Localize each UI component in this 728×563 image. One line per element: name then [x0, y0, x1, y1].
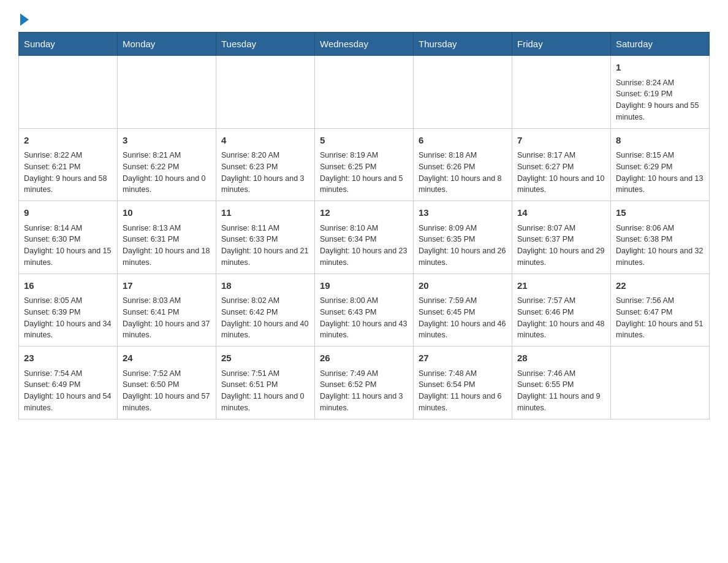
logo-general-text: [18, 12, 29, 26]
calendar-cell: 1Sunrise: 8:24 AMSunset: 6:19 PMDaylight…: [611, 56, 710, 129]
week-row-5: 23Sunrise: 7:54 AMSunset: 6:49 PMDayligh…: [19, 347, 710, 419]
calendar-cell: [315, 56, 414, 129]
weekday-header-friday: Friday: [512, 33, 611, 56]
calendar-cell: [216, 56, 315, 129]
calendar-cell: [512, 56, 611, 129]
calendar-cell: 26Sunrise: 7:49 AMSunset: 6:52 PMDayligh…: [315, 347, 414, 419]
calendar-cell: [19, 56, 118, 129]
day-number: 10: [123, 206, 211, 220]
calendar-cell: 23Sunrise: 7:54 AMSunset: 6:49 PMDayligh…: [19, 347, 118, 419]
calendar-cell: 20Sunrise: 7:59 AMSunset: 6:45 PMDayligh…: [414, 274, 512, 347]
day-number: 15: [616, 206, 704, 220]
day-number: 2: [24, 134, 112, 148]
week-row-3: 9Sunrise: 8:14 AMSunset: 6:30 PMDaylight…: [19, 201, 710, 274]
weekday-header-tuesday: Tuesday: [216, 33, 315, 56]
calendar-cell: 9Sunrise: 8:14 AMSunset: 6:30 PMDaylight…: [19, 201, 118, 274]
week-row-1: 1Sunrise: 8:24 AMSunset: 6:19 PMDaylight…: [19, 56, 710, 129]
day-number: 11: [221, 206, 309, 220]
calendar-cell: 4Sunrise: 8:20 AMSunset: 6:23 PMDaylight…: [216, 128, 315, 201]
calendar-cell: 14Sunrise: 8:07 AMSunset: 6:37 PMDayligh…: [512, 201, 611, 274]
day-number: 23: [24, 351, 112, 366]
logo-arrow-icon: [20, 13, 29, 26]
calendar-cell: 16Sunrise: 8:05 AMSunset: 6:39 PMDayligh…: [19, 274, 118, 347]
day-number: 20: [419, 279, 507, 293]
day-number: 8: [616, 134, 704, 148]
day-number: 28: [517, 351, 605, 366]
calendar-cell: 10Sunrise: 8:13 AMSunset: 6:31 PMDayligh…: [118, 201, 216, 274]
day-number: 4: [221, 134, 309, 148]
day-number: 5: [320, 134, 408, 148]
calendar-cell: 18Sunrise: 8:02 AMSunset: 6:42 PMDayligh…: [216, 274, 315, 347]
day-number: 27: [419, 351, 507, 366]
day-number: 25: [221, 351, 309, 366]
weekday-header-thursday: Thursday: [414, 33, 512, 56]
calendar-cell: 28Sunrise: 7:46 AMSunset: 6:55 PMDayligh…: [512, 347, 611, 419]
day-number: 19: [320, 279, 408, 293]
day-number: 3: [123, 134, 211, 148]
week-row-2: 2Sunrise: 8:22 AMSunset: 6:21 PMDaylight…: [19, 128, 710, 201]
calendar-cell: 22Sunrise: 7:56 AMSunset: 6:47 PMDayligh…: [611, 274, 710, 347]
calendar-cell: 19Sunrise: 8:00 AMSunset: 6:43 PMDayligh…: [315, 274, 414, 347]
day-number: 1: [616, 61, 704, 75]
calendar-cell: 2Sunrise: 8:22 AMSunset: 6:21 PMDaylight…: [19, 128, 118, 201]
logo: [18, 12, 29, 26]
calendar-cell: [611, 347, 710, 419]
calendar-cell: 6Sunrise: 8:18 AMSunset: 6:26 PMDaylight…: [414, 128, 512, 201]
calendar-cell: 12Sunrise: 8:10 AMSunset: 6:34 PMDayligh…: [315, 201, 414, 274]
day-number: 7: [517, 134, 605, 148]
calendar-cell: [414, 56, 512, 129]
day-number: 24: [123, 351, 211, 366]
day-number: 17: [123, 279, 211, 293]
weekday-header-saturday: Saturday: [611, 33, 710, 56]
calendar-cell: 24Sunrise: 7:52 AMSunset: 6:50 PMDayligh…: [118, 347, 216, 419]
calendar-cell: 7Sunrise: 8:17 AMSunset: 6:27 PMDaylight…: [512, 128, 611, 201]
calendar-table: SundayMondayTuesdayWednesdayThursdayFrid…: [18, 32, 710, 419]
weekday-header-sunday: Sunday: [19, 33, 118, 56]
day-number: 21: [517, 279, 605, 293]
weekday-header-row: SundayMondayTuesdayWednesdayThursdayFrid…: [19, 33, 710, 56]
page-header: [18, 12, 710, 26]
calendar-cell: 15Sunrise: 8:06 AMSunset: 6:38 PMDayligh…: [611, 201, 710, 274]
calendar-cell: 25Sunrise: 7:51 AMSunset: 6:51 PMDayligh…: [216, 347, 315, 419]
day-number: 6: [419, 134, 507, 148]
calendar-cell: 27Sunrise: 7:48 AMSunset: 6:54 PMDayligh…: [414, 347, 512, 419]
calendar-cell: 8Sunrise: 8:15 AMSunset: 6:29 PMDaylight…: [611, 128, 710, 201]
calendar-cell: 17Sunrise: 8:03 AMSunset: 6:41 PMDayligh…: [118, 274, 216, 347]
day-number: 12: [320, 206, 408, 220]
week-row-4: 16Sunrise: 8:05 AMSunset: 6:39 PMDayligh…: [19, 274, 710, 347]
calendar-cell: 5Sunrise: 8:19 AMSunset: 6:25 PMDaylight…: [315, 128, 414, 201]
calendar-cell: 11Sunrise: 8:11 AMSunset: 6:33 PMDayligh…: [216, 201, 315, 274]
day-number: 26: [320, 351, 408, 366]
day-number: 14: [517, 206, 605, 220]
day-number: 9: [24, 206, 112, 220]
weekday-header-monday: Monday: [118, 33, 216, 56]
day-number: 18: [221, 279, 309, 293]
day-number: 22: [616, 279, 704, 293]
calendar-cell: 3Sunrise: 8:21 AMSunset: 6:22 PMDaylight…: [118, 128, 216, 201]
day-number: 13: [419, 206, 507, 220]
calendar-cell: 21Sunrise: 7:57 AMSunset: 6:46 PMDayligh…: [512, 274, 611, 347]
calendar-cell: 13Sunrise: 8:09 AMSunset: 6:35 PMDayligh…: [414, 201, 512, 274]
calendar-cell: [118, 56, 216, 129]
weekday-header-wednesday: Wednesday: [315, 33, 414, 56]
day-number: 16: [24, 279, 112, 293]
